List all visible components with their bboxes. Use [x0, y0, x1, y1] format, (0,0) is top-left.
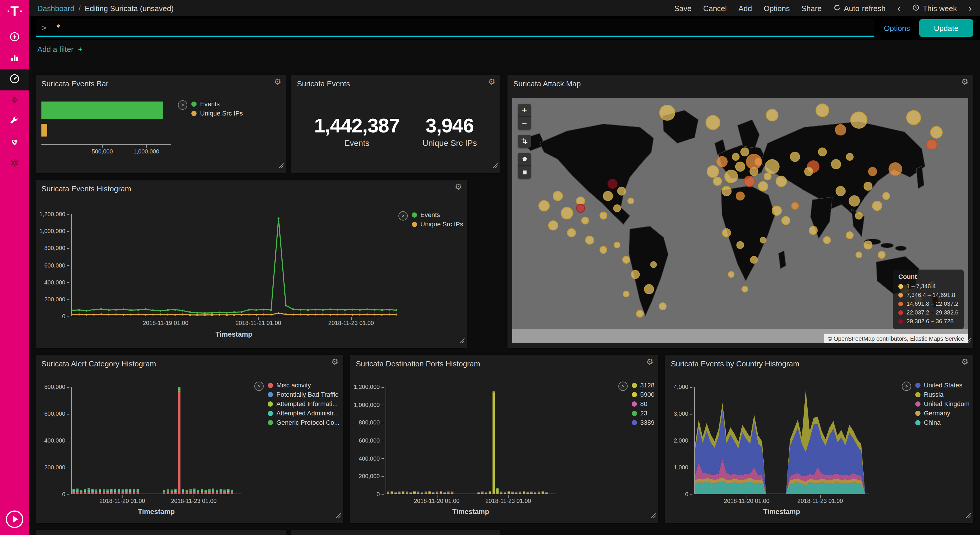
legend-item[interactable]: Germany: [915, 409, 969, 417]
y-axis-label: 200,000: [45, 464, 65, 471]
country-histogram-plot[interactable]: [694, 387, 869, 494]
legend-dot: [632, 401, 637, 406]
legend-toggle[interactable]: >: [255, 382, 264, 391]
panel-events-bar: Suricata Events Bar ⚙ 500,0001,000,000 >…: [36, 75, 286, 173]
legend-toggle[interactable]: >: [618, 382, 627, 391]
resize-handle[interactable]: [278, 161, 284, 171]
legend-item[interactable]: 80: [632, 400, 654, 407]
ports-histogram-plot[interactable]: [386, 387, 556, 494]
heartbeat-icon: [10, 137, 20, 150]
legend-item[interactable]: 3389: [632, 419, 654, 426]
time-forward-chevron[interactable]: ›: [969, 3, 972, 13]
fit-data-bounds-button[interactable]: [518, 135, 531, 148]
panel-gear-icon[interactable]: ⚙: [488, 78, 495, 86]
legend-item[interactable]: China: [915, 419, 969, 426]
y-axis-label: 0: [62, 491, 65, 497]
legend-item[interactable]: United States: [915, 382, 969, 389]
legend-item[interactable]: Generic Protocol Co...: [268, 419, 339, 426]
play-button[interactable]: [6, 511, 23, 528]
sidebar-item-discover[interactable]: [0, 27, 29, 48]
panel-title: Suricata Attack Map: [513, 80, 581, 88]
legend-item[interactable]: Unique Src IPs: [412, 221, 463, 228]
legend-item[interactable]: Attempted Informati...: [268, 400, 339, 407]
x-axis-label: 2018-11-23 01:00: [797, 498, 843, 504]
legend-item[interactable]: Russia: [915, 391, 969, 398]
legend-item[interactable]: Misc activity: [268, 382, 339, 389]
sidebar-item-monitoring[interactable]: [0, 132, 29, 153]
zoom-in-button[interactable]: +: [518, 104, 531, 117]
legend-label: United States: [924, 382, 962, 389]
map-legend-row: 22,037.2 – 29,382.6: [898, 308, 958, 317]
legend-range-label: 22,037.2 – 29,382.6: [907, 308, 958, 317]
draw-polygon-button[interactable]: [518, 153, 531, 166]
legend-item[interactable]: United Kingdom: [915, 400, 969, 407]
alert-histogram-plot[interactable]: [71, 387, 242, 494]
zoom-out-button[interactable]: −: [518, 117, 531, 129]
breadcrumb-dashboard[interactable]: Dashboard: [37, 4, 75, 13]
panel-gear-icon[interactable]: ⚙: [961, 358, 968, 366]
legend-item[interactable]: Attempted Administr...: [268, 409, 339, 417]
panel-title: Suricata Events: [297, 80, 350, 88]
legend-items: Misc activityPotentially Bad TrafficAtte…: [268, 382, 339, 426]
map-attribution[interactable]: © OpenStreetMap contributors, Elastic Ma…: [824, 334, 968, 343]
legend-item[interactable]: 3128: [632, 382, 654, 389]
legend-toggle[interactable]: >: [178, 100, 187, 110]
legend-dot: [915, 382, 920, 388]
legend-item[interactable]: Unique Src IPs: [191, 110, 243, 117]
telekom-logo[interactable]: T: [8, 5, 22, 18]
resize-handle[interactable]: [492, 161, 498, 171]
legend-toggle[interactable]: >: [902, 382, 911, 391]
resize-handle[interactable]: [459, 336, 465, 346]
update-button[interactable]: Update: [920, 19, 973, 37]
auto-refresh-button[interactable]: Auto-refresh: [833, 4, 886, 13]
topbar-action-button[interactable]: Cancel: [703, 4, 727, 13]
legend-dot: [632, 420, 637, 425]
resize-handle[interactable]: [651, 511, 656, 521]
legend-dot: [898, 310, 903, 315]
plus-icon: +: [78, 45, 83, 53]
events-bar-plot[interactable]: [41, 98, 171, 145]
h-bar-series-0[interactable]: [41, 102, 163, 119]
y-axis-label: 1,000: [674, 464, 688, 471]
legend-items: EventsUnique Src IPs: [412, 211, 463, 228]
legend-item[interactable]: Events: [412, 211, 463, 218]
time-range-picker[interactable]: This week: [912, 4, 957, 13]
h-bar-series-1[interactable]: [41, 124, 47, 137]
panel-gear-icon[interactable]: ⚙: [274, 78, 281, 86]
metric-label: Events: [314, 138, 400, 147]
panel-gear-icon[interactable]: ⚙: [331, 358, 338, 366]
panel-partial: [36, 530, 286, 535]
legend-item[interactable]: Potentially Bad Traffic: [268, 391, 339, 398]
time-back-chevron[interactable]: ‹: [897, 3, 900, 13]
topbar-action-button[interactable]: Save: [675, 4, 692, 13]
events-histogram-plot[interactable]: [71, 214, 397, 316]
panel-gear-icon[interactable]: ⚙: [961, 78, 968, 86]
draw-rectangle-button[interactable]: [518, 166, 531, 178]
legend-item[interactable]: 23: [632, 409, 654, 417]
y-axis-label: 800,000: [45, 384, 65, 390]
query-input[interactable]: [56, 23, 869, 32]
world-map[interactable]: + − Count 1 – 7,346.47,346.4 – 14,691.81…: [512, 98, 968, 343]
sidebar-item-visualize[interactable]: [0, 48, 29, 69]
legend-dot: [268, 382, 273, 388]
legend-toggle[interactable]: >: [398, 211, 407, 221]
sidebar-item-management[interactable]: [0, 153, 29, 174]
panel-gear-icon[interactable]: ⚙: [646, 358, 653, 366]
topbar-action-button[interactable]: Add: [738, 4, 752, 13]
x-axis: 2018-11-19 01:002018-11-21 01:002018-11-…: [71, 317, 397, 327]
topbar-action-button[interactable]: Share: [802, 4, 822, 13]
legend-dot: [268, 420, 273, 425]
topbar-action-button[interactable]: Options: [764, 4, 790, 13]
legend-item[interactable]: 5900: [632, 391, 654, 398]
panel-gear-icon[interactable]: ⚙: [455, 183, 462, 191]
sidebar-item-dashboard[interactable]: [0, 69, 29, 91]
add-filter-link[interactable]: Add a filter +: [37, 45, 83, 53]
sidebar-item-app[interactable]: [0, 91, 29, 111]
query-options-link[interactable]: Options: [884, 24, 910, 32]
x-axis-label: 2018-11-20 01:00: [724, 498, 769, 504]
query-prompt-icon: >_: [42, 23, 51, 32]
resize-handle[interactable]: [336, 511, 341, 521]
sidebar-item-dev-tools[interactable]: [0, 111, 29, 132]
legend-item[interactable]: Events: [191, 100, 243, 107]
resize-handle[interactable]: [966, 511, 971, 521]
